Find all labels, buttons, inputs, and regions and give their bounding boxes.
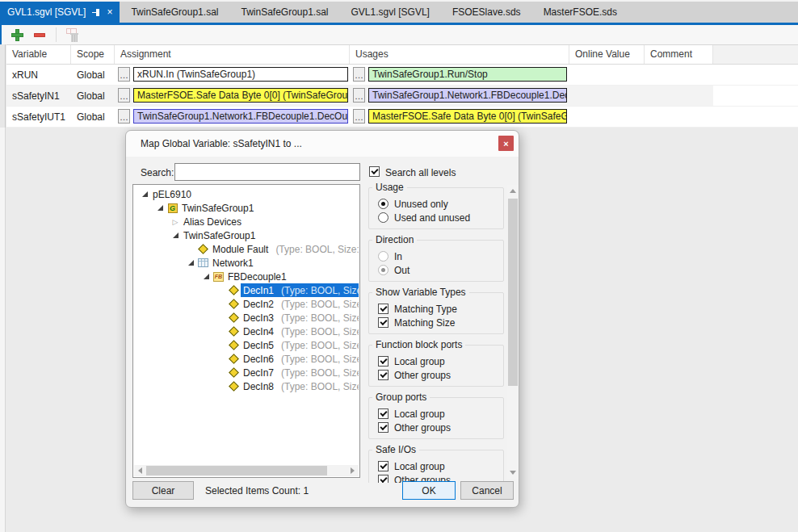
option-direction-out[interactable]: Out xyxy=(374,263,498,277)
assignment-ellipsis-button[interactable]: … xyxy=(118,67,130,82)
option-show-variable-types-matching-size[interactable]: Matching Size xyxy=(374,316,498,329)
search-all-levels-label: Search all levels xyxy=(385,167,456,178)
tree-item-label: FBDecouple1 xyxy=(228,271,287,283)
tree-item-decin3[interactable]: DecIn3(Type: BOOL, Size: 1 xyxy=(134,311,359,325)
online-value-cell xyxy=(569,107,645,127)
assignment-ellipsis-button[interactable]: … xyxy=(118,88,130,103)
checkbox-matching-size[interactable] xyxy=(378,317,388,328)
tree-item-pel6910[interactable]: pEL6910 xyxy=(134,187,359,201)
tab-gvl1-sgvl-sgvl[interactable]: GVL1.sgvl [SGVL] xyxy=(340,2,441,23)
close-tab-icon[interactable]: × xyxy=(107,7,112,17)
group-title: Direction xyxy=(372,234,417,245)
scroll-left-arrow[interactable] xyxy=(134,465,146,476)
tab-label: MasterFSOE.sds xyxy=(544,6,617,18)
checkbox-other-groups[interactable] xyxy=(378,370,388,380)
assignment-value-box[interactable]: xRUN.In (TwinSafeGroup1) xyxy=(133,67,348,82)
option-safe-i-os-local-group[interactable]: Local group xyxy=(374,459,498,473)
tree-item-decin5[interactable]: DecIn5(Type: BOOL, Size: 1 xyxy=(134,338,359,352)
usage-ellipsis-button[interactable]: … xyxy=(353,88,365,103)
option-group-ports-local-group[interactable]: Local group xyxy=(374,407,498,421)
option-direction-in[interactable]: In xyxy=(374,249,498,263)
scroll-up-arrow[interactable] xyxy=(507,185,519,197)
checkbox-local-group[interactable] xyxy=(378,356,388,367)
tree-horizontal-scrollbar[interactable] xyxy=(134,465,359,476)
scroll-right-arrow[interactable] xyxy=(346,465,359,476)
column-header-comment: Comment xyxy=(645,45,713,64)
expander-expanded-icon[interactable] xyxy=(139,189,150,200)
tree-item-decin7[interactable]: DecIn7(Type: BOOL, Size: 1 xyxy=(134,366,359,379)
checkbox-local-group[interactable] xyxy=(378,408,388,419)
assignment-value-box[interactable]: MasterFSOE.Safe Data Byte 0[0] (TwinSafe… xyxy=(133,88,348,103)
checkbox-other-groups[interactable] xyxy=(378,422,388,433)
tree-item-module-fault[interactable]: Module Fault(Type: BOOL, Size: 1 xyxy=(134,242,359,256)
tree-item-type: (Type: BOOL, Size: 1 xyxy=(281,340,359,351)
tab-gvl1-sgvl-sgvl[interactable]: GVL1.sgvl [SGVL]× xyxy=(0,2,120,23)
usage-ellipsis-button[interactable]: … xyxy=(353,67,365,82)
checkbox-local-group[interactable] xyxy=(378,461,388,471)
usage-value-box[interactable]: TwinSafeGroup1.Run/Stop xyxy=(368,67,567,82)
option-group-ports-other-groups[interactable]: Other groups xyxy=(374,421,498,434)
tab-label: GVL1.sgvl [SGVL] xyxy=(351,6,430,18)
tree-item-fbdecouple1[interactable]: FBFBDecouple1 xyxy=(134,270,359,283)
pin-icon[interactable] xyxy=(91,7,101,17)
usage-cell: …TwinSafeGroup1.Network1.FBDecouple1.Dec… xyxy=(350,86,569,106)
radio-unused-only[interactable] xyxy=(378,199,388,209)
tree-item-decin4[interactable]: DecIn4(Type: BOOL, Size: 1 xyxy=(134,325,359,338)
diamond-icon xyxy=(227,354,241,365)
option-usage-unused-only[interactable]: Unused only xyxy=(374,197,498,211)
usage-ellipsis-button[interactable]: … xyxy=(353,109,365,124)
tree-item-type: (Type: BOOL, Size: 1 xyxy=(281,354,359,365)
expander-spacer xyxy=(216,367,227,379)
tab-twinsafegroup1-sal[interactable]: TwinSafeGroup1.sal xyxy=(120,2,229,23)
expander-collapsed-icon[interactable]: ▷ xyxy=(170,216,181,228)
option-function-block-ports-other-groups[interactable]: Other groups xyxy=(374,368,498,382)
remove-variable-button[interactable] xyxy=(31,26,48,44)
option-function-block-ports-local-group[interactable]: Local group xyxy=(374,354,498,368)
tree-item-twinsafegroup1[interactable]: GTwinSafeGroup1 xyxy=(134,201,359,215)
ok-button[interactable]: OK xyxy=(402,481,456,500)
horizontal-scroll-thumb[interactable] xyxy=(146,466,327,475)
tab-twinsafegroup1-sal[interactable]: TwinSafeGroup1.sal xyxy=(229,2,339,23)
group-title: Show Variable Types xyxy=(372,287,469,298)
clear-button[interactable]: Clear xyxy=(132,481,194,500)
tree-item-decin1[interactable]: DecIn1(Type: BOOL, Size: 1 xyxy=(134,283,359,297)
tree-item-twinsafegroup1[interactable]: TwinSafeGroup1 xyxy=(134,228,359,242)
application-window: GVL1.sgvl [SGVL]×TwinSafeGroup1.salTwinS… xyxy=(0,0,798,532)
option-label: Out xyxy=(394,265,410,276)
assignment-ellipsis-button[interactable]: … xyxy=(118,109,130,124)
checkbox-matching-type[interactable] xyxy=(378,304,388,314)
tab-masterfsoe-sds[interactable]: MasterFSOE.sds xyxy=(532,2,628,23)
horizontal-scroll-track[interactable] xyxy=(146,465,346,476)
expander-expanded-icon[interactable] xyxy=(185,258,196,269)
search-input[interactable] xyxy=(174,163,360,181)
assignment-value-box[interactable]: TwinSafeGroup1.Network1.FBDecouple1.DecO… xyxy=(133,109,348,124)
cancel-button[interactable]: Cancel xyxy=(460,481,514,500)
group-usage: UsageUnused onlyUsed and unused xyxy=(368,187,504,229)
usage-value-box[interactable]: MasterFSOE.Safe Data Byte 0[0] (TwinSafe… xyxy=(368,109,567,124)
scroll-down-arrow[interactable] xyxy=(507,467,519,479)
usage-value-box[interactable]: TwinSafeGroup1.Network1.FBDecouple1.DecI… xyxy=(368,88,567,103)
expander-expanded-icon[interactable] xyxy=(170,230,181,241)
tree-item-decin8[interactable]: DecIn8(Type: BOOL, Size: 1 xyxy=(134,379,359,393)
expander-expanded-icon[interactable] xyxy=(154,203,166,214)
radio-in[interactable] xyxy=(378,251,388,262)
vertical-scroll-thumb[interactable] xyxy=(508,199,518,386)
add-variable-button[interactable] xyxy=(8,26,26,44)
assignment-cell: …TwinSafeGroup1.Network1.FBDecouple1.Dec… xyxy=(115,107,350,127)
g-icon: G xyxy=(166,203,179,214)
option-usage-used-and-unused[interactable]: Used and unused xyxy=(374,211,498,224)
tree-item-decin2[interactable]: DecIn2(Type: BOOL, Size: 1 xyxy=(134,297,359,311)
search-all-levels-checkbox[interactable] xyxy=(369,166,380,177)
radio-used-and-unused[interactable] xyxy=(378,212,388,223)
radio-out[interactable] xyxy=(378,265,388,275)
expander-expanded-icon[interactable] xyxy=(200,271,212,283)
tree-item-decin6[interactable]: DecIn6(Type: BOOL, Size: 1 xyxy=(134,352,359,366)
delete-unused-button[interactable] xyxy=(64,26,82,44)
dialog-close-button[interactable]: × xyxy=(498,136,514,151)
option-show-variable-types-matching-type[interactable]: Matching Type xyxy=(374,302,498,316)
tree-item-network1[interactable]: Network1 xyxy=(134,256,359,270)
tree-item-alias-devices[interactable]: ▷Alias Devices xyxy=(134,215,359,228)
tab-fsoeslave-sds[interactable]: FSOESlave.sds xyxy=(441,2,532,23)
expander-spacer xyxy=(216,381,227,392)
filter-scrollbar[interactable] xyxy=(507,185,519,479)
